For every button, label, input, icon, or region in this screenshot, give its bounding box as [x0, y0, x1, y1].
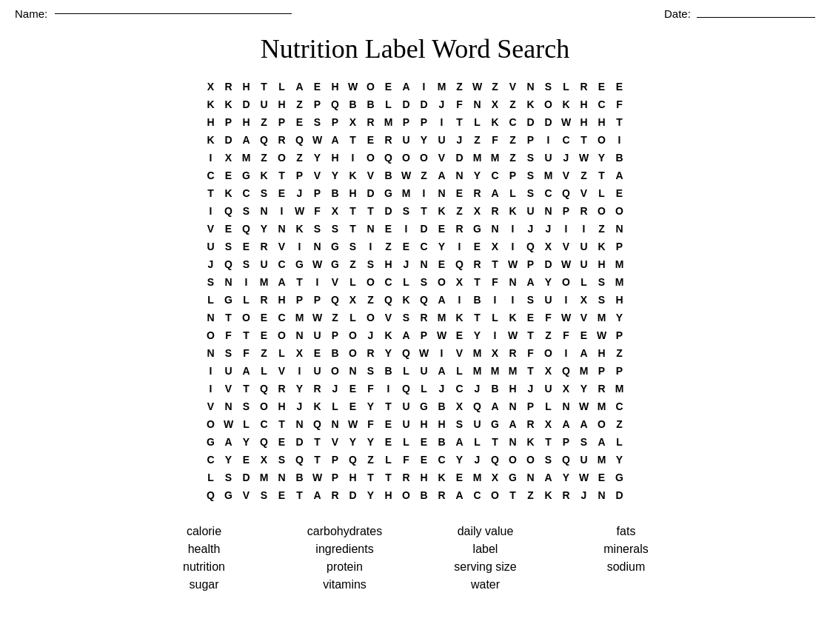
cell-19-21: A — [575, 415, 593, 433]
cell-15-18: F — [522, 344, 540, 362]
cell-8-21: I — [575, 220, 593, 238]
cell-9-16: X — [486, 238, 504, 255]
cell-23-6: A — [309, 486, 327, 504]
cell-1-11: D — [398, 95, 415, 113]
cell-19-10: E — [380, 415, 398, 433]
cell-2-18: D — [522, 113, 540, 131]
cell-10-11: J — [398, 255, 415, 273]
cell-4-11: O — [398, 149, 415, 167]
cell-6-7: B — [327, 184, 344, 202]
page-header: Name: Date: — [0, 0, 830, 20]
cell-10-4: C — [273, 255, 291, 273]
cell-9-21: U — [575, 238, 593, 255]
cell-20-13: B — [433, 433, 451, 451]
cell-12-23: H — [611, 291, 629, 309]
cell-21-17: O — [504, 451, 522, 469]
cell-2-16: K — [486, 113, 504, 131]
cell-22-11: R — [398, 469, 415, 486]
cell-10-13: E — [433, 255, 451, 273]
cell-11-14: X — [451, 273, 469, 291]
cell-19-16: G — [486, 415, 504, 433]
cell-20-1: A — [220, 433, 238, 451]
cell-20-4: E — [273, 433, 291, 451]
cell-3-18: P — [522, 131, 540, 149]
cell-4-12: O — [415, 149, 433, 167]
cell-22-17: G — [504, 469, 522, 486]
cell-9-23: P — [611, 238, 629, 255]
cell-8-18: J — [522, 220, 540, 238]
cell-13-14: K — [451, 309, 469, 326]
cell-8-4: N — [273, 220, 291, 238]
cell-23-19: K — [540, 486, 558, 504]
cell-16-20: Q — [558, 362, 575, 380]
cell-15-20: I — [558, 344, 575, 362]
cell-4-0: I — [202, 149, 220, 167]
cell-9-18: Q — [522, 238, 540, 255]
cell-6-5: J — [291, 184, 309, 202]
cell-5-3: K — [255, 167, 273, 184]
cell-18-23: C — [611, 398, 629, 415]
cell-5-6: V — [309, 167, 327, 184]
word-search-grid: XRHTLAEHWOEAIMZWZVNSLREEKKDUHZPQBBLDDJFN… — [202, 78, 629, 504]
cell-7-12: T — [415, 202, 433, 220]
word-item-3-2: water — [438, 578, 534, 591]
cell-1-8: B — [344, 95, 362, 113]
cell-2-6: S — [309, 113, 327, 131]
cell-18-11: U — [398, 398, 415, 415]
cell-0-5: A — [291, 78, 309, 95]
cell-1-4: H — [273, 95, 291, 113]
cell-18-7: L — [327, 398, 344, 415]
cell-15-15: M — [469, 344, 486, 362]
cell-7-15: X — [469, 202, 486, 220]
cell-23-9: Y — [362, 486, 380, 504]
cell-11-12: S — [415, 273, 433, 291]
cell-1-2: D — [238, 95, 255, 113]
cell-3-4: R — [273, 131, 291, 149]
cell-23-14: A — [451, 486, 469, 504]
cell-0-19: S — [540, 78, 558, 95]
cell-1-19: O — [540, 95, 558, 113]
cell-8-5: K — [291, 220, 309, 238]
cell-13-19: F — [540, 309, 558, 326]
cell-12-21: X — [575, 291, 593, 309]
cell-18-3: O — [255, 398, 273, 415]
cell-4-17: Z — [504, 149, 522, 167]
cell-16-4: V — [273, 362, 291, 380]
cell-19-17: A — [504, 415, 522, 433]
cell-16-16: M — [486, 362, 504, 380]
name-field: Name: — [15, 7, 292, 20]
cell-18-17: N — [504, 398, 522, 415]
cell-1-3: U — [255, 95, 273, 113]
cell-16-15: M — [469, 362, 486, 380]
cell-21-2: E — [238, 451, 255, 469]
cell-6-14: E — [451, 184, 469, 202]
cell-22-20: Y — [558, 469, 575, 486]
cell-5-20: V — [558, 167, 575, 184]
cell-3-16: F — [486, 131, 504, 149]
cell-18-0: V — [202, 398, 220, 415]
cell-0-7: H — [327, 78, 344, 95]
cell-22-8: H — [344, 469, 362, 486]
cell-21-9: Z — [362, 451, 380, 469]
cell-20-8: Y — [344, 433, 362, 451]
cell-21-16: Q — [486, 451, 504, 469]
cell-11-7: V — [327, 273, 344, 291]
word-row-2: nutritionproteinserving sizesodium — [156, 560, 675, 574]
cell-2-15: L — [469, 113, 486, 131]
cell-23-0: Q — [202, 486, 220, 504]
cell-6-19: C — [540, 184, 558, 202]
cell-23-16: O — [486, 486, 504, 504]
cell-4-8: I — [344, 149, 362, 167]
cell-16-12: U — [415, 362, 433, 380]
cell-11-3: M — [255, 273, 273, 291]
cell-9-22: K — [593, 238, 611, 255]
cell-4-15: M — [469, 149, 486, 167]
cell-14-2: T — [238, 326, 255, 344]
cell-3-2: A — [238, 131, 255, 149]
cell-3-6: W — [309, 131, 327, 149]
cell-22-5: B — [291, 469, 309, 486]
cell-0-1: R — [220, 78, 238, 95]
word-item-2-0: nutrition — [156, 560, 252, 574]
cell-22-16: X — [486, 469, 504, 486]
cell-6-10: G — [380, 184, 398, 202]
